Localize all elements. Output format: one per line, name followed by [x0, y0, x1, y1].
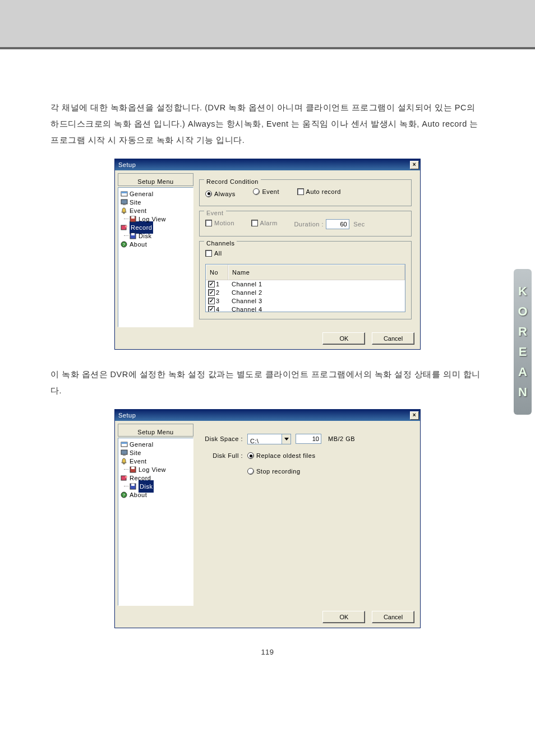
tree-label-selected: Disk — [139, 480, 154, 493]
radio-label: Stop recording — [256, 465, 301, 477]
tree-label: Log View — [139, 213, 166, 225]
checkbox-alarm: Alarm — [251, 217, 278, 229]
group-event: Event Motion Alarm Duration : Sec — [199, 211, 412, 236]
cancel-button[interactable]: Cancel — [372, 611, 414, 623]
radio-dot-icon — [205, 191, 212, 197]
channel-row[interactable]: 4 Channel 4 — [206, 305, 405, 312]
tab-letter: E — [519, 345, 527, 359]
group-channels: Channels All No Name 1 — [199, 241, 412, 319]
ok-button[interactable]: OK — [322, 332, 365, 345]
radio-label: Replace oldest files — [256, 449, 315, 462]
setup-menu-tree[interactable]: General Site Event Log View — [118, 438, 193, 606]
svg-text:?: ? — [123, 493, 126, 498]
disk-size-input[interactable] — [296, 434, 321, 444]
record-icon — [121, 224, 128, 231]
window-title: Setup — [118, 159, 410, 171]
radio-dot-icon — [247, 468, 254, 475]
checkbox-auto-record[interactable]: Auto record — [297, 185, 341, 198]
svg-rect-19 — [131, 467, 135, 469]
tab-letter: N — [518, 385, 527, 400]
monitor-icon — [121, 199, 128, 206]
tree-item-about[interactable]: ? About — [119, 490, 192, 499]
svg-rect-2 — [121, 200, 127, 204]
tab-letter: A — [518, 365, 527, 379]
disk-space-label: Disk Space : — [199, 433, 243, 445]
col-name: Name — [228, 265, 405, 280]
window-title: Setup — [118, 409, 410, 421]
cancel-button[interactable]: Cancel — [372, 332, 414, 345]
checkbox-label: Auto record — [306, 185, 341, 198]
radio-replace-oldest[interactable]: Replace oldest files — [247, 449, 315, 462]
question-icon: ? — [121, 241, 128, 248]
radio-always[interactable]: Always — [205, 188, 236, 200]
monitor-icon — [121, 449, 128, 456]
radio-stop-recording[interactable]: Stop recording — [247, 465, 315, 477]
tree-item-about[interactable]: ? About — [119, 240, 192, 248]
card-icon — [121, 441, 128, 448]
tree-label: Disk — [139, 230, 151, 242]
drive-select[interactable]: C:\ — [247, 434, 291, 444]
tree-item-disk[interactable]: Disk — [119, 231, 192, 240]
chevron-down-icon[interactable] — [282, 434, 290, 444]
close-icon[interactable]: × — [410, 161, 419, 169]
group-legend: Channels — [204, 237, 237, 249]
radio-label: Always — [214, 188, 236, 200]
question-icon: ? — [121, 491, 128, 498]
tree-item-logview[interactable]: Log View — [119, 215, 192, 223]
ok-button[interactable]: OK — [322, 611, 365, 623]
sidebar-title: Setup Menu — [118, 426, 193, 438]
close-icon[interactable]: × — [410, 411, 419, 420]
disk-size-unit: MB/2 GB — [328, 433, 355, 445]
floppy-icon — [130, 483, 137, 490]
page-number: 119 — [50, 645, 485, 660]
radio-dot-icon — [247, 452, 254, 459]
card-icon — [121, 191, 128, 197]
checkbox-icon — [205, 250, 212, 257]
col-no: No — [206, 265, 228, 280]
tree-item-disk[interactable]: Disk — [119, 482, 192, 490]
sidebar: Setup Menu General Site Ev — [118, 424, 193, 606]
radio-label: Event — [262, 185, 279, 198]
disk-full-label: Disk Full : — [199, 449, 243, 462]
disk-space-row: Disk Space : C:\ MB/2 GB — [199, 433, 412, 445]
duration-label: Duration : — [294, 221, 324, 228]
svg-rect-10 — [131, 233, 135, 235]
record-icon — [121, 475, 128, 481]
tab-letter: O — [518, 304, 527, 319]
svg-rect-1 — [121, 192, 127, 193]
svg-point-17 — [123, 462, 125, 464]
dialog-buttons: OK Cancel — [115, 609, 420, 628]
svg-rect-6 — [131, 216, 135, 219]
channels-list[interactable]: No Name 1 Channel 1 2 Channel 2 — [205, 264, 405, 312]
group-record-condition: Record Condition Always Event Auto recor… — [199, 179, 412, 206]
svg-rect-3 — [123, 204, 126, 205]
paragraph-note: 이 녹화 옵션은 DVR에 설정한 녹화 설정 값과는 별도로 클라이언트 프로… — [50, 367, 485, 399]
drive-value: C:\ — [248, 434, 282, 444]
svg-rect-14 — [121, 442, 127, 444]
page-top-band — [0, 0, 535, 49]
duration-input[interactable] — [326, 219, 349, 229]
svg-point-4 — [123, 212, 125, 214]
sidebar-title: Setup Menu — [118, 175, 193, 188]
document-body: 각 채널에 대한 녹화옵션을 설정합니다. (DVR 녹화 옵션이 아니며 클라… — [0, 49, 535, 660]
tree-item-logview[interactable]: Log View — [119, 465, 192, 474]
duration-unit: Sec — [353, 221, 365, 228]
disk-settings-pane: Disk Space : C:\ MB/2 GB Disk Full : — [193, 424, 417, 606]
setup-dialog-record: Setup × Setup Menu General — [114, 159, 421, 350]
sidebar-header: Setup Menu — [118, 424, 193, 437]
setup-menu-tree[interactable]: General Site Event Log View — [118, 187, 193, 327]
checkbox-icon[interactable] — [208, 306, 215, 312]
svg-rect-23 — [131, 484, 135, 486]
tree-label: Log View — [139, 463, 166, 476]
svg-rect-15 — [121, 450, 127, 454]
tab-letter: K — [518, 284, 527, 299]
record-settings-pane: Record Condition Always Event Auto recor… — [193, 173, 417, 327]
sidebar: Setup Menu General Site Ev — [118, 173, 193, 327]
checkbox-label: Alarm — [260, 217, 278, 229]
sidebar-header: Setup Menu — [118, 173, 193, 186]
svg-text:?: ? — [123, 242, 126, 247]
bell-icon — [121, 207, 128, 214]
channel-no: 4 — [216, 303, 220, 312]
checkbox-icon — [297, 188, 304, 195]
svg-point-8 — [125, 225, 127, 228]
